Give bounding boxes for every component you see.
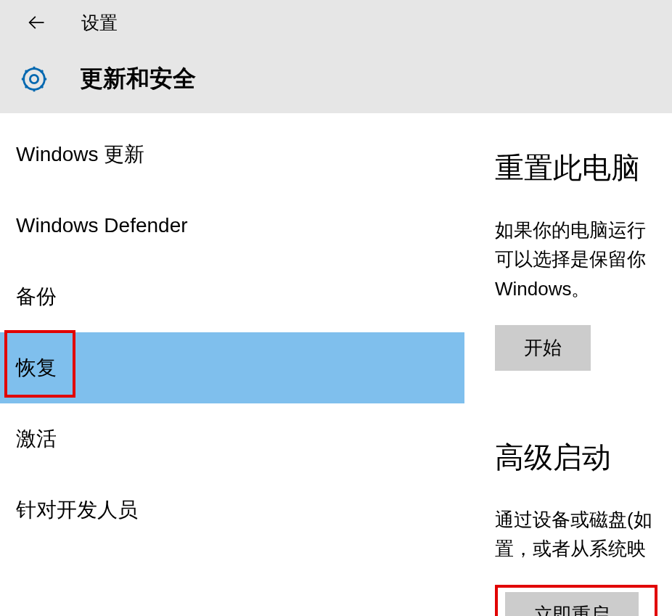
settings-header: 设置 更新和安全 [0,0,672,113]
svg-point-2 [24,69,45,90]
sidebar-item-label: Windows 更新 [16,141,144,168]
start-reset-button[interactable]: 开始 [495,325,591,371]
sidebar-item-backup[interactable]: 备份 [0,261,464,332]
body-line: 如果你的电脑运行 [495,219,646,241]
section-heading: 重置此电脑 [495,148,672,188]
sidebar-item-windows-update[interactable]: Windows 更新 [0,119,464,190]
body-line: Windows。 [495,278,590,300]
main-panel: 重置此电脑 如果你的电脑运行 可以选择是保留你 Windows。 开始 高级启动… [464,113,672,616]
restart-now-button[interactable]: 立即重启 [505,592,639,616]
sidebar-item-label: 针对开发人员 [16,496,138,524]
sidebar-item-label: Windows Defender [16,214,188,237]
gear-icon [19,64,49,94]
back-icon[interactable] [25,11,48,34]
body-line: 通过设备或磁盘(如 [495,509,652,530]
sidebar: Windows 更新 Windows Defender 备份 恢复 激活 针对开… [0,113,464,616]
sidebar-item-windows-defender[interactable]: Windows Defender [0,190,464,261]
sidebar-item-recovery[interactable]: 恢复 [0,332,464,403]
section-reset-pc: 重置此电脑 如果你的电脑运行 可以选择是保留你 Windows。 开始 [495,148,672,371]
body-line: 可以选择是保留你 [495,248,646,270]
section-advanced-startup: 高级启动 通过设备或磁盘(如 置，或者从系统映 立即重启 [495,438,672,616]
sidebar-item-label: 恢复 [16,354,57,382]
top-bar: 设置 [0,0,672,45]
category-title: 更新和安全 [80,63,196,95]
sidebar-item-label: 备份 [16,283,57,311]
sidebar-item-label: 激活 [16,425,57,453]
body-line: 置，或者从系统映 [495,538,646,559]
sidebar-item-for-developers[interactable]: 针对开发人员 [0,475,464,546]
section-heading: 高级启动 [495,438,672,477]
svg-point-1 [30,75,38,83]
section-body: 如果你的电脑运行 可以选择是保留你 Windows。 [495,215,672,303]
sidebar-item-activation[interactable]: 激活 [0,403,464,475]
restart-button-highlight-wrap: 立即重启 [495,585,657,616]
settings-title: 设置 [81,11,118,35]
section-body: 通过设备或磁盘(如 置，或者从系统映 [495,505,672,564]
category-bar: 更新和安全 [0,45,672,113]
content-area: Windows 更新 Windows Defender 备份 恢复 激活 针对开… [0,113,672,616]
